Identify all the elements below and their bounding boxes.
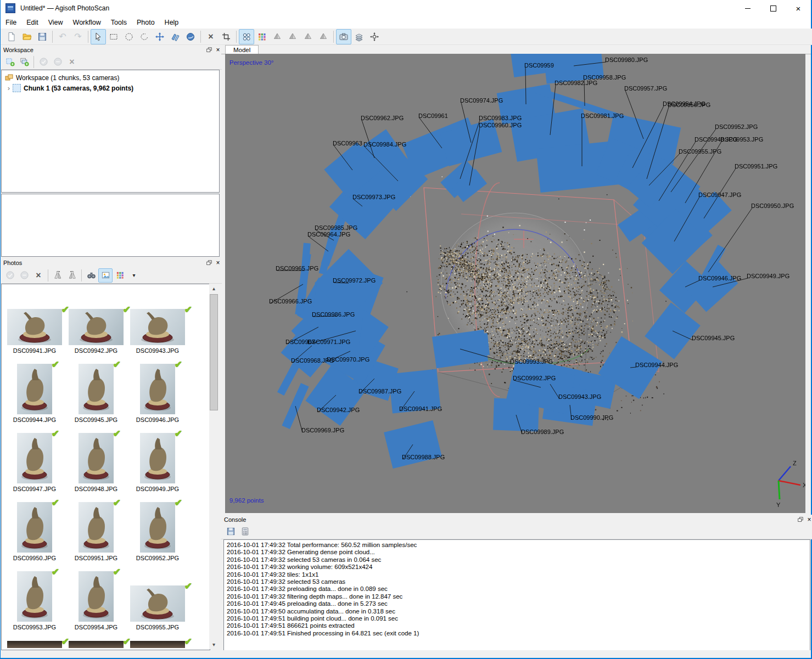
menu-help[interactable]: Help [160,18,184,27]
photo-item-partial[interactable]: ✔ [4,632,65,650]
photos-close-icon[interactable]: × [214,259,222,267]
scale-object-button[interactable] [183,29,198,44]
console-log[interactable]: 2016-10-01 17:49:32 Total performance: 5… [223,539,810,651]
scroll-down-icon[interactable]: ▾ [209,640,219,649]
photo-item[interactable]: ✔DSC09952.JPG [127,494,188,563]
menu-edit[interactable]: Edit [21,18,43,27]
photo-item[interactable]: ✔DSC09947.JPG [4,425,65,494]
photo-thumbnail[interactable]: ✔ [79,364,114,414]
workspace-float-icon[interactable] [205,46,214,54]
view-wireframe-button[interactable] [300,29,316,44]
scrollbar-thumb[interactable] [210,294,218,410]
redo-button[interactable]: ↷ [70,29,86,44]
save-log-button[interactable] [223,525,238,539]
photo-thumbnail[interactable]: ✔ [17,364,52,414]
menu-tools[interactable]: Tools [106,18,132,27]
photo-item[interactable]: ✔DSC09942.JPG [65,286,127,356]
photos-float-icon[interactable] [205,259,214,267]
photo-item[interactable]: ✔DSC09955.JPG [127,563,188,632]
freeform-selection-button[interactable] [137,29,152,44]
crop-selection-button[interactable] [219,29,234,44]
thumbnail-view-button[interactable] [113,268,127,283]
photo-item[interactable]: ✔DSC09941.JPG [4,286,65,356]
workspace-root-row[interactable]: Workspace (1 chunks, 53 cameras) [2,72,219,83]
maximize-button[interactable] [760,0,786,16]
tab-model[interactable]: Model [225,45,259,54]
photo-item[interactable]: ✔DSC09953.JPG [4,563,65,632]
undo-button[interactable]: ↶ [55,29,70,44]
show-colored-points-button[interactable] [254,29,270,44]
photo-item[interactable]: ✔DSC09950.JPG [4,494,65,563]
photo-item[interactable]: ✔DSC09951.JPG [65,494,127,563]
workspace-tree[interactable]: Workspace (1 chunks, 53 cameras) › Chunk… [1,70,220,193]
photo-thumbnail[interactable]: ✔ [130,309,185,345]
photo-item[interactable]: ✔DSC09949.JPG [127,425,188,494]
enable-camera-button[interactable] [3,268,17,283]
find-photo-button[interactable] [84,268,98,283]
menu-photo[interactable]: Photo [132,18,160,27]
photo-thumbnail[interactable]: ✔ [130,585,185,622]
photos-scrollbar[interactable]: ▴ ▾ [209,284,219,649]
rotate-right-button[interactable] [65,268,79,283]
delete-selection-button[interactable]: × [203,29,219,44]
rotate-object-button[interactable] [167,29,183,44]
photo-thumbnail[interactable]: ✔ [17,571,52,622]
scroll-up-icon[interactable]: ▴ [209,284,219,293]
photo-item[interactable]: ✔DSC09954.JPG [65,563,127,632]
view-solid-button[interactable] [285,29,300,44]
enable-item-button[interactable] [36,55,51,69]
photo-thumbnail[interactable]: ✔ [79,502,114,553]
save-project-button[interactable] [35,29,50,44]
view-shaded-button[interactable] [270,29,285,44]
minimize-button[interactable] [735,0,760,16]
add-chunk-button[interactable] [3,55,17,69]
rectangle-selection-button[interactable] [106,29,121,44]
photo-thumbnail[interactable]: ✔ [17,433,52,483]
menu-workflow[interactable]: Workflow [68,18,106,27]
preview-mode-button[interactable] [98,268,113,283]
menu-file[interactable]: File [1,18,21,27]
show-points-button[interactable] [239,29,254,44]
photo-thumbnail[interactable]: ✔ [69,309,124,345]
disable-camera-button[interactable] [17,268,31,283]
thumbnail-view-caret-button[interactable]: ▾ [127,268,141,283]
photo-thumbnail[interactable]: ✔ [7,641,62,648]
photo-item[interactable]: ✔DSC09943.JPG [127,286,188,356]
move-region-button[interactable] [367,29,382,44]
photo-thumbnail[interactable]: ✔ [7,309,62,345]
photo-thumbnail[interactable]: ✔ [69,641,124,648]
photo-thumbnail[interactable]: ✔ [17,502,52,553]
chunk-expander-icon[interactable]: › [5,84,13,92]
photo-thumbnail[interactable]: ✔ [140,433,175,483]
view-textured-button[interactable] [316,29,331,44]
show-ortho-button[interactable] [351,29,367,44]
rotate-left-button[interactable] [51,268,65,283]
photo-item-partial[interactable]: ✔ [65,632,127,650]
disable-item-button[interactable] [51,55,65,69]
photo-thumbnail[interactable]: ✔ [140,364,175,414]
photo-thumbnail[interactable]: ✔ [79,433,114,483]
open-project-button[interactable] [19,29,35,44]
navigation-tool-button[interactable] [91,29,106,44]
photo-thumbnail[interactable]: ✔ [130,641,185,648]
close-button[interactable]: × [786,0,811,16]
console-float-icon[interactable] [796,516,805,523]
remove-item-button[interactable]: × [65,55,79,69]
photo-item[interactable]: ✔DSC09945.JPG [65,356,127,425]
photo-item[interactable]: ✔DSC09944.JPG [4,356,65,425]
photos-list[interactable]: ✔DSC09941.JPG✔DSC09942.JPG✔DSC09943.JPG✔… [1,284,210,650]
show-cameras-button[interactable] [336,29,351,44]
new-project-button[interactable] [4,29,19,44]
photo-thumbnail[interactable]: ✔ [79,571,114,622]
photo-item-partial[interactable]: ✔ [127,632,188,650]
script-tool-button[interactable] [238,525,252,539]
console-close-icon[interactable]: × [805,516,812,523]
photo-item[interactable]: ✔DSC09948.JPG [65,425,127,494]
menu-view[interactable]: View [43,18,68,27]
add-photos-button[interactable] [17,55,31,69]
circle-selection-button[interactable] [121,29,137,44]
model-viewport[interactable]: DSC09962.JPGDSC09961DSC09974.JPGDSC09959… [225,54,805,513]
photo-thumbnail[interactable]: ✔ [140,502,175,553]
photo-item[interactable]: ✔DSC09946.JPG [127,356,188,425]
remove-camera-button[interactable]: × [31,268,46,283]
